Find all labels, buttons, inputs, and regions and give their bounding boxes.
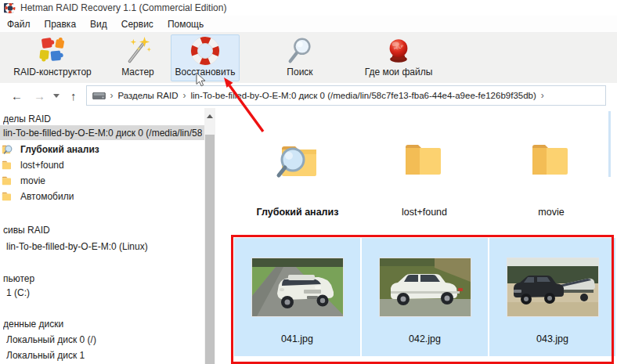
sidebar-item-raid-array-linux[interactable]: lin-To-be-filled-by-O-E-M:0 (Linux) — [0, 239, 205, 254]
menu-help[interactable]: Помощь — [161, 19, 211, 30]
thumbnail-white-suv-side — [380, 258, 471, 316]
file-label: 042.jpg — [409, 333, 441, 344]
menu-file[interactable]: Файл — [0, 19, 38, 30]
sidebar-scrollbar[interactable] — [204, 108, 215, 364]
recover-button[interactable]: Восстановить — [171, 34, 240, 81]
scrollbar-up-arrow-icon[interactable] — [207, 114, 213, 118]
thumbnail-white-suv-road — [252, 258, 343, 316]
sidebar-section-computer[interactable]: пьютер — [0, 271, 205, 286]
raid-constructor-button[interactable]: RAID-конструктор — [3, 34, 102, 81]
menu-bar: Файл Правка Вид Сервис Помощь — [0, 16, 617, 33]
folder-icon — [2, 175, 14, 186]
forward-arrow-icon[interactable]: → — [34, 90, 45, 102]
app-lifebuoy-icon — [4, 2, 16, 14]
folder-item-deep-scan[interactable]: Глубокий анализ — [234, 141, 361, 222]
toolbar: RAID-конструктор Мастер Восстановить — [0, 33, 617, 84]
lifebuoy-icon — [190, 35, 220, 67]
sidebar-item-local-disk-0[interactable]: Локальный диск 0 (/) — [0, 332, 205, 347]
search-label: Поиск — [287, 67, 312, 77]
window-title: Hetman RAID Recovery 1.1 (Commercial Edi… — [20, 2, 226, 13]
folder-icon — [529, 141, 573, 196]
thumbnail-black-suv-boat — [507, 258, 598, 316]
sidebar-item-movie[interactable]: movie — [0, 173, 205, 188]
sidebar-section-found-disks[interactable]: денные диски — [0, 316, 205, 331]
folder-icon — [2, 191, 14, 202]
back-arrow-icon[interactable]: ← — [11, 90, 23, 102]
folder-item-movie[interactable]: movie — [488, 141, 615, 222]
address-field[interactable]: › Разделы RAID › lin-To-be-filled-by-O-E… — [86, 85, 606, 106]
magnifier-icon — [285, 35, 315, 67]
sidebar-item-cars[interactable]: Автомобили — [0, 189, 205, 204]
up-arrow-icon[interactable]: ↑ — [70, 90, 77, 102]
crumb-raid-partitions[interactable]: Разделы RAID — [118, 91, 179, 100]
file-item-042[interactable]: 042.jpg — [362, 238, 488, 356]
sidebar-item-selected-disk[interactable]: lin-To-be-filled-by-O-E-M:0 диск 0 (/med… — [0, 125, 205, 140]
scrollbar-thumb[interactable] — [205, 135, 215, 364]
magic-wand-icon — [123, 35, 153, 67]
address-bar: ← → ↑ › Разделы RAID › lin-To-be-filled-… — [0, 83, 617, 109]
main-scrollbar-thumb[interactable] — [608, 111, 611, 177]
folder-icon — [2, 160, 14, 171]
menu-edit[interactable]: Правка — [38, 19, 84, 30]
red-help-button-icon: HELP — [384, 35, 413, 67]
recover-label: Восстановить — [175, 67, 236, 77]
sidebar-section-raid-partitions[interactable]: делы RAID — [0, 111, 205, 126]
where-are-my-files-button[interactable]: HELP Где мои файлы — [354, 34, 443, 81]
menu-service[interactable]: Сервис — [114, 19, 161, 30]
wizard-label: Мастер — [121, 67, 154, 77]
sidebar-item-local-disk-1[interactable]: Локальный диск 1 — [0, 348, 205, 362]
raid-constructor-label: RAID-конструктор — [13, 67, 91, 77]
where-are-my-files-label: Где мои файлы — [365, 67, 433, 77]
deep-scan-folder-icon — [272, 141, 323, 196]
folder-row: Глубокий анализ lost+found movie — [234, 141, 615, 222]
file-list-pane: Глубокий анализ lost+found movie — [215, 108, 617, 364]
menu-view[interactable]: Вид — [83, 19, 114, 30]
crumb-current-disk[interactable]: lin-To-be-filled-by-O-E-M:0 диск 0 (/med… — [190, 91, 536, 100]
folder-label: lost+found — [402, 207, 447, 218]
history-chevron-icon[interactable] — [53, 94, 60, 98]
deep-scan-icon — [2, 144, 14, 155]
sidebar-item-drive-c[interactable]: 1 (C:) — [0, 285, 205, 300]
folder-item-lost-found[interactable]: lost+found — [361, 141, 488, 222]
folder-icon — [402, 141, 446, 196]
search-button[interactable]: Поиск — [272, 34, 327, 81]
folder-label: movie — [538, 207, 564, 218]
file-label: 043.jpg — [536, 333, 568, 344]
crumb-separator: › — [541, 90, 544, 101]
selected-files-row: 041.jpg 042.jpg — [234, 238, 615, 356]
puzzle-pieces-icon — [38, 35, 67, 67]
folder-label: Глубокий анализ — [257, 207, 339, 218]
file-item-043[interactable]: 043.jpg — [489, 238, 615, 356]
crumb-separator: › — [182, 90, 186, 101]
file-item-041[interactable]: 041.jpg — [234, 238, 360, 356]
title-bar: Hetman RAID Recovery 1.1 (Commercial Edi… — [0, 0, 617, 16]
crumb-separator: › — [110, 90, 114, 101]
sidebar-item-lost-found[interactable]: lost+found — [0, 157, 205, 172]
disk-icon — [92, 92, 106, 100]
wizard-button[interactable]: Мастер — [108, 34, 168, 81]
file-label: 041.jpg — [281, 333, 313, 344]
sidebar-tree: делы RAID lin-To-be-filled-by-O-E-M:0 ди… — [0, 108, 205, 364]
sidebar-item-deep-scan[interactable]: Глубокий анализ — [0, 142, 205, 157]
sidebar-section-raid-arrays[interactable]: сивы RAID — [0, 222, 205, 237]
